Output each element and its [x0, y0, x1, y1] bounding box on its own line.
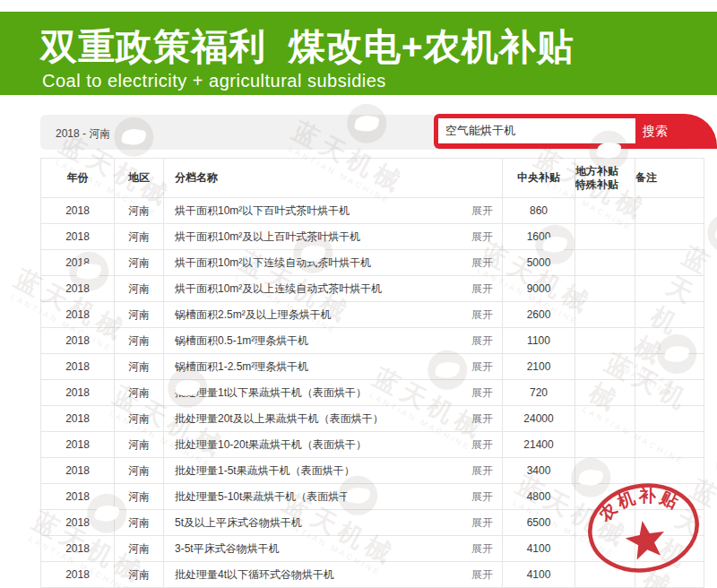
cell-region: 河南 [115, 354, 164, 380]
category-name: 批处理量10-20t果蔬烘干机（表面烘干） [175, 437, 367, 453]
cell-region: 河南 [115, 484, 164, 510]
cell-local-subsidy [575, 198, 635, 224]
header-region: 地区 [115, 159, 164, 198]
cell-remark [635, 224, 704, 250]
cell-local-subsidy [575, 406, 635, 432]
expand-link[interactable]: 展开 [471, 255, 493, 271]
header-local-line2: 特殊补贴 [575, 178, 635, 192]
expand-link[interactable]: 展开 [471, 541, 493, 557]
category-name: 批处理量1t以下果蔬烘干机（表面烘干） [175, 385, 367, 401]
expand-link[interactable]: 展开 [471, 229, 493, 245]
search-input[interactable] [438, 118, 635, 143]
cell-remark [635, 328, 704, 354]
category-name: 锅槽面积0.5-1m²理条烘干机 [175, 333, 308, 349]
expand-link[interactable]: 展开 [471, 411, 493, 427]
cell-category: 烘干面积10m²以下百叶式茶叶烘干机展开 [164, 198, 503, 224]
cell-central-subsidy: 24000 [503, 406, 575, 432]
cell-category: 5t及以上平床式谷物烘干机展开 [164, 510, 503, 536]
category-name: 批处理量1-5t果蔬烘干机（表面烘干） [175, 463, 355, 479]
table-row: 2018河南批处理量20t及以上果蔬烘干机（表面烘干）展开24000 [41, 406, 704, 432]
expand-link[interactable]: 展开 [471, 385, 493, 401]
cell-central-subsidy: 5000 [503, 250, 575, 276]
expand-link[interactable]: 展开 [471, 437, 493, 453]
expand-link[interactable]: 展开 [471, 567, 493, 583]
table-row: 2018河南批处理量4t以下循环式谷物烘干机展开4100 [41, 562, 704, 588]
cell-remark [635, 380, 704, 406]
cell-year: 2018 [41, 406, 115, 432]
header-year: 年份 [41, 159, 115, 198]
cell-remark [635, 276, 704, 302]
cell-central-subsidy: 2600 [503, 302, 575, 328]
search-box: 搜索 [434, 114, 717, 149]
category-name: 烘干面积10m²及以上连续自动式茶叶烘干机 [175, 281, 382, 297]
table-row: 2018河南3-5t平床式谷物烘干机展开4100 [41, 536, 704, 562]
category-name: 批处理量4t以下循环式谷物烘干机 [175, 567, 334, 583]
page-title: 双重政策福利 煤改电+农机补贴 [40, 22, 574, 72]
cell-region: 河南 [115, 458, 164, 484]
table-row: 2018河南烘干面积10m²及以上百叶式茶叶烘干机展开1600 [41, 224, 704, 250]
expand-link[interactable]: 展开 [471, 333, 493, 349]
cell-category: 烘干面积10m²及以上百叶式茶叶烘干机展开 [164, 224, 503, 250]
expand-link[interactable]: 展开 [471, 515, 493, 531]
cell-year: 2018 [41, 562, 115, 588]
table-row: 2018河南锅槽面积2.5m²及以上理条烘干机展开2600 [41, 302, 704, 328]
cell-region: 河南 [115, 510, 164, 536]
table-header: 年份 地区 分档名称 中央补贴 地方补贴 特殊补贴 备注 [41, 159, 704, 198]
cell-category: 批处理量20t及以上果蔬烘干机（表面烘干）展开 [164, 406, 503, 432]
cell-remark [635, 354, 704, 380]
expand-link[interactable]: 展开 [471, 463, 493, 479]
search-button[interactable]: 搜索 [629, 114, 681, 149]
cell-remark [635, 198, 704, 224]
cell-remark [635, 302, 704, 328]
expand-link[interactable]: 展开 [471, 203, 493, 219]
cell-local-subsidy [575, 510, 635, 536]
cell-local-subsidy [575, 354, 635, 380]
expand-link[interactable]: 展开 [471, 281, 493, 297]
header-central-subsidy: 中央补贴 [503, 159, 575, 198]
cell-central-subsidy: 720 [503, 380, 575, 406]
expand-link[interactable]: 展开 [471, 359, 493, 375]
cell-local-subsidy [575, 458, 635, 484]
cell-central-subsidy: 21400 [503, 432, 575, 458]
cell-year: 2018 [41, 510, 115, 536]
cell-central-subsidy: 1100 [503, 328, 575, 354]
cell-remark [635, 536, 704, 562]
table-row: 2018河南批处理量1-5t果蔬烘干机（表面烘干）展开3400 [41, 458, 704, 484]
cell-local-subsidy [575, 562, 635, 588]
page-subtitle: Coal to electricity + agricultural subsi… [42, 71, 386, 91]
table-body: 2018河南烘干面积10m²以下百叶式茶叶烘干机展开8602018河南烘干面积1… [41, 198, 704, 588]
cell-category: 烘干面积10m²以下连续自动式茶叶烘干机展开 [164, 250, 503, 276]
cell-region: 河南 [115, 302, 164, 328]
category-name: 锅槽面积1-2.5m²理条烘干机 [175, 359, 308, 375]
filter-breadcrumb: 2018 - 河南 [56, 126, 110, 142]
header-category: 分档名称 [164, 159, 503, 198]
cell-local-subsidy [575, 250, 635, 276]
cell-local-subsidy [575, 224, 635, 250]
cell-year: 2018 [41, 276, 115, 302]
hero-banner: 双重政策福利 煤改电+农机补贴 Coal to electricity + ag… [0, 12, 717, 95]
expand-link[interactable]: 展开 [471, 489, 493, 505]
cell-local-subsidy [575, 302, 635, 328]
cell-category: 批处理量4t以下循环式谷物烘干机展开 [164, 562, 503, 588]
expand-link[interactable]: 展开 [471, 307, 493, 323]
cell-category: 批处理量10-20t果蔬烘干机（表面烘干）展开 [164, 432, 503, 458]
cell-year: 2018 [41, 458, 115, 484]
table-row: 2018河南5t及以上平床式谷物烘干机展开6500 [41, 510, 704, 536]
cell-remark [635, 406, 704, 432]
cell-remark [635, 510, 704, 536]
category-name: 批处理量5-10t果蔬烘干机（表面烘干） [175, 489, 360, 505]
header-local-subsidy: 地方补贴 特殊补贴 [575, 159, 635, 198]
cell-local-subsidy [575, 484, 635, 510]
cell-central-subsidy: 4100 [503, 562, 575, 588]
cell-central-subsidy: 3400 [503, 458, 575, 484]
cell-region: 河南 [115, 406, 164, 432]
cell-year: 2018 [41, 484, 115, 510]
cell-year: 2018 [41, 354, 115, 380]
cell-region: 河南 [115, 562, 164, 588]
cell-region: 河南 [115, 328, 164, 354]
cell-local-subsidy [575, 380, 635, 406]
category-name: 5t及以上平床式谷物烘干机 [175, 515, 302, 531]
watermark-logo-icon [710, 439, 717, 493]
cell-region: 河南 [115, 380, 164, 406]
cell-remark [635, 484, 704, 510]
